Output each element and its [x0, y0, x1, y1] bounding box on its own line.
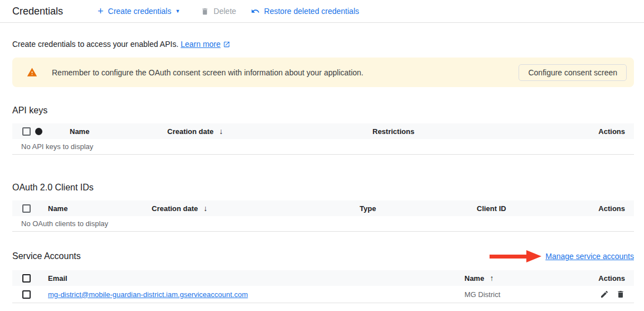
column-header-restrictions[interactable]: Restrictions	[372, 127, 598, 136]
select-all-checkbox[interactable]	[22, 127, 31, 136]
api-keys-table-header: Name Creation date↓ Restrictions Actions	[12, 123, 634, 139]
oauth-consent-warning-banner: Remember to configure the OAuth consent …	[12, 58, 634, 87]
credentials-toolbar: Credentials + Create credentials ▼ Delet…	[0, 0, 644, 23]
column-header-client-id[interactable]: Client ID	[477, 204, 598, 213]
service-account-name: MG District	[464, 290, 600, 299]
column-header-email[interactable]: Email	[48, 274, 464, 283]
select-all-checkbox[interactable]	[22, 274, 31, 283]
oauth-clients-table: Name Creation date↓ Type Client ID Actio…	[12, 200, 634, 232]
page-title: Credentials	[12, 6, 63, 17]
row-checkbox[interactable]	[22, 290, 31, 299]
service-accounts-table: Email Name↑ Actions mg-district@mobile-g…	[12, 270, 634, 303]
create-credentials-button[interactable]: + Create credentials ▼	[98, 6, 180, 16]
service-accounts-heading: Service Accounts	[12, 251, 81, 261]
configure-consent-screen-button[interactable]: Configure consent screen	[519, 64, 627, 81]
warning-icon	[27, 67, 37, 78]
select-all-checkbox[interactable]	[22, 204, 31, 213]
warning-message: Remember to configure the OAuth consent …	[52, 68, 364, 77]
external-link-icon	[223, 41, 230, 48]
api-keys-empty-state: No API keys to display	[12, 139, 634, 155]
annotation-arrow	[490, 250, 541, 262]
trash-icon	[201, 7, 209, 16]
undo-icon	[251, 7, 260, 16]
service-accounts-table-header: Email Name↑ Actions	[12, 270, 634, 286]
sort-ascending-icon: ↑	[490, 274, 493, 283]
learn-more-link[interactable]: Learn more	[181, 40, 230, 49]
delete-button[interactable]: Delete	[201, 7, 236, 16]
column-header-creation-date[interactable]: Creation date↓	[167, 127, 372, 136]
plus-icon: +	[98, 6, 104, 16]
manage-service-accounts-link[interactable]: Manage service accounts	[545, 252, 634, 261]
dropdown-caret-icon: ▼	[175, 8, 180, 14]
edit-icon[interactable]	[600, 290, 609, 299]
status-circle-icon	[35, 128, 42, 135]
arrow-shaft	[490, 255, 526, 259]
column-header-actions: Actions	[598, 127, 625, 136]
restore-label: Restore deleted credentials	[264, 7, 359, 16]
restore-deleted-credentials-button[interactable]: Restore deleted credentials	[251, 7, 359, 16]
service-account-email-link[interactable]: mg-district@mobile-guardian-district.iam…	[48, 290, 248, 299]
column-header-creation-date[interactable]: Creation date↓	[152, 204, 360, 213]
sort-descending-icon: ↓	[204, 204, 207, 213]
delete-label: Delete	[214, 7, 236, 16]
intro-text: Create credentials to access your enable…	[12, 40, 644, 49]
sort-descending-icon: ↓	[219, 127, 223, 136]
table-row: mg-district@mobile-guardian-district.iam…	[12, 286, 634, 303]
intro-description: Create credentials to access your enable…	[12, 40, 178, 49]
column-header-name[interactable]: Name↑	[464, 274, 598, 283]
api-keys-heading: API keys	[12, 106, 644, 116]
column-header-name[interactable]: Name	[70, 127, 167, 136]
service-accounts-header: Service Accounts Manage service accounts	[12, 250, 634, 262]
oauth-clients-heading: OAuth 2.0 Client IDs	[12, 183, 644, 193]
column-header-name[interactable]: Name	[48, 204, 152, 213]
delete-icon[interactable]	[616, 290, 625, 299]
api-keys-table: Name Creation date↓ Restrictions Actions…	[12, 123, 634, 155]
column-header-actions: Actions	[598, 204, 625, 213]
arrow-head-icon	[526, 250, 541, 262]
column-header-type[interactable]: Type	[360, 204, 477, 213]
oauth-table-header: Name Creation date↓ Type Client ID Actio…	[12, 200, 634, 216]
column-header-actions: Actions	[598, 274, 625, 283]
oauth-clients-empty-state: No OAuth clients to display	[12, 216, 634, 232]
create-credentials-label: Create credentials	[108, 7, 172, 16]
